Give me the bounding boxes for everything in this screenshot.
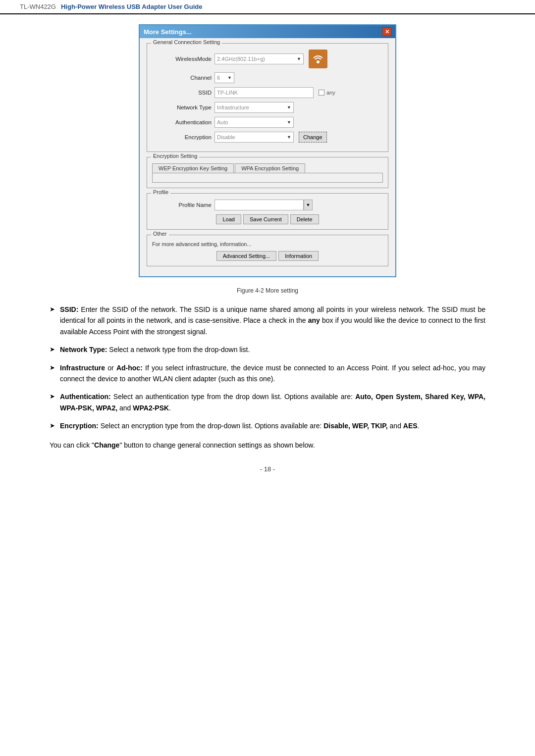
wireless-mode-value: 2.4GHz(802.11b+g) bbox=[217, 56, 265, 62]
ssid-bullet-text: SSID: Enter the SSID of the network. The… bbox=[60, 304, 485, 337]
bullet-list: ➤ SSID: Enter the SSID of the network. T… bbox=[40, 304, 495, 432]
channel-row: Channel 6 ▼ bbox=[152, 72, 383, 83]
profile-dropdown-arrow[interactable]: ▼ bbox=[304, 200, 313, 210]
load-button[interactable]: Load bbox=[216, 214, 241, 224]
any-check: any bbox=[319, 90, 335, 96]
list-item: ➤ SSID: Enter the SSID of the network. T… bbox=[40, 304, 495, 337]
wireless-mode-row: WirelessMode 2.4GHz(802.11b+g) ▼ bbox=[152, 50, 383, 68]
channel-arrow: ▼ bbox=[227, 75, 232, 80]
general-connection-legend: General Connection Setting bbox=[151, 39, 222, 45]
bullet-arrow: ➤ bbox=[50, 421, 55, 431]
network-type-row: Network Type Infrastructure ▼ bbox=[152, 102, 383, 113]
dialog-titlebar: More Settings... ✕ bbox=[140, 25, 395, 38]
header-title: High-Power Wireless USB Adapter User Gui… bbox=[61, 3, 202, 10]
wireless-mode-arrow: ▼ bbox=[297, 56, 301, 61]
more-settings-dialog: More Settings... ✕ General Connection Se… bbox=[139, 24, 396, 277]
authentication-value: Auto bbox=[217, 119, 228, 125]
dialog-close-button[interactable]: ✕ bbox=[382, 27, 391, 36]
dialog-title: More Settings... bbox=[144, 28, 192, 36]
encryption-select[interactable]: Disable ▼ bbox=[214, 132, 294, 143]
other-description: For more advanced setting, information..… bbox=[152, 241, 383, 247]
page-content: More Settings... ✕ General Connection Se… bbox=[0, 24, 535, 451]
tab-wep[interactable]: WEP Encryption Key Setting bbox=[152, 163, 234, 173]
encryption-setting-legend: Encryption Setting bbox=[151, 153, 199, 159]
tab-wpa[interactable]: WPA Encryption Setting bbox=[235, 163, 305, 173]
other-group: Other For more advanced setting, informa… bbox=[147, 235, 388, 266]
dialog-body: General Connection Setting WirelessMode … bbox=[140, 38, 395, 276]
authentication-arrow: ▼ bbox=[287, 120, 291, 125]
ssid-label: SSID bbox=[152, 90, 212, 96]
authentication-bullet-text: Authentication: Select an authentication… bbox=[60, 391, 485, 413]
tab-content-area bbox=[152, 173, 383, 183]
change-button[interactable]: Change bbox=[299, 132, 327, 143]
ssid-input[interactable] bbox=[214, 87, 314, 98]
encryption-tab-bar: WEP Encryption Key Setting WPA Encryptio… bbox=[152, 163, 383, 173]
profile-group: Profile Profile Name ▼ Load Save Current… bbox=[147, 193, 388, 230]
authentication-label: Authentication bbox=[152, 119, 212, 125]
bullet-arrow: ➤ bbox=[50, 363, 55, 373]
channel-label: Channel bbox=[152, 75, 212, 81]
authentication-row: Authentication Auto ▼ bbox=[152, 117, 383, 128]
network-type-label: Network Type bbox=[152, 104, 212, 110]
profile-btn-row: Load Save Current Delete bbox=[152, 214, 383, 224]
channel-select[interactable]: 6 ▼ bbox=[214, 72, 234, 83]
page-header: TL-WN422G High-Power Wireless USB Adapte… bbox=[0, 0, 535, 14]
page-number: - 18 - bbox=[0, 460, 535, 478]
encryption-label: Encryption bbox=[152, 134, 212, 140]
bullet-arrow: ➤ bbox=[50, 304, 55, 315]
any-label: any bbox=[326, 90, 335, 96]
other-content: For more advanced setting, information..… bbox=[152, 241, 383, 261]
bullet-arrow: ➤ bbox=[50, 345, 55, 355]
wireless-mode-label: WirelessMode bbox=[152, 56, 212, 62]
advanced-setting-button[interactable]: Advanced Setting... bbox=[216, 251, 276, 261]
network-type-bullet-text: Network Type: Select a network type from… bbox=[60, 344, 485, 355]
list-item: ➤ Authentication: Select an authenticati… bbox=[40, 391, 495, 413]
save-current-button[interactable]: Save Current bbox=[243, 214, 288, 224]
encryption-row: Encryption Disable ▼ Change bbox=[152, 132, 383, 143]
other-btn-row: Advanced Setting... Information bbox=[152, 251, 383, 261]
profile-legend: Profile bbox=[151, 189, 170, 195]
general-connection-group: General Connection Setting WirelessMode … bbox=[147, 43, 388, 152]
wireless-mode-select[interactable]: 2.4GHz(802.11b+g) ▼ bbox=[214, 53, 304, 64]
authentication-select[interactable]: Auto ▼ bbox=[214, 117, 294, 128]
wireless-icon bbox=[309, 50, 327, 68]
encryption-value: Disable bbox=[217, 134, 235, 140]
header-model: TL-WN422G bbox=[20, 3, 56, 10]
profile-name-label: Profile Name bbox=[152, 202, 212, 208]
svg-point-0 bbox=[317, 60, 320, 63]
list-item: ➤ Network Type: Select a network type fr… bbox=[40, 344, 495, 355]
information-button[interactable]: Information bbox=[278, 251, 319, 261]
network-type-value: Infrastructure bbox=[217, 104, 249, 110]
profile-name-input[interactable] bbox=[214, 200, 304, 210]
profile-content: Profile Name ▼ Load Save Current Delete bbox=[152, 200, 383, 224]
network-type-arrow: ▼ bbox=[287, 105, 291, 110]
list-item: ➤ Infrastructure or Ad-hoc: If you selec… bbox=[40, 362, 495, 385]
general-connection-content: WirelessMode 2.4GHz(802.11b+g) ▼ bbox=[152, 50, 383, 143]
encryption-tabs: WEP Encryption Key Setting WPA Encryptio… bbox=[152, 163, 383, 183]
encryption-setting-group: Encryption Setting WEP Encryption Key Se… bbox=[147, 157, 388, 188]
profile-name-row: Profile Name ▼ bbox=[152, 200, 383, 210]
network-type-select[interactable]: Infrastructure ▼ bbox=[214, 102, 294, 113]
list-item: ➤ Encryption: Select an encryption type … bbox=[40, 420, 495, 431]
encryption-bullet-text: Encryption: Select an encryption type fr… bbox=[60, 420, 485, 431]
other-legend: Other bbox=[151, 231, 169, 237]
encryption-arrow: ▼ bbox=[287, 135, 291, 140]
channel-value: 6 bbox=[217, 75, 220, 81]
any-checkbox[interactable] bbox=[319, 90, 324, 96]
bullet-arrow: ➤ bbox=[50, 392, 55, 402]
footer-note: You can click "Change" button to change … bbox=[40, 440, 495, 451]
delete-button[interactable]: Delete bbox=[290, 214, 319, 224]
figure-caption: Figure 4-2 More setting bbox=[40, 287, 495, 294]
infra-adhoc-bullet-text: Infrastructure or Ad-hoc: If you select … bbox=[60, 362, 485, 385]
ssid-row: SSID any bbox=[152, 87, 383, 98]
